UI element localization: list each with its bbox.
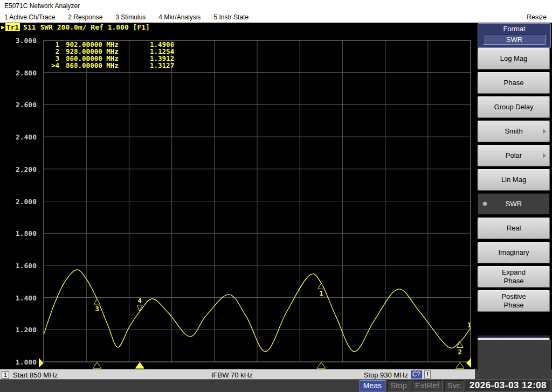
marker-frequency: 868.00000 MHz	[66, 62, 146, 69]
marker-number: >4	[43, 62, 59, 69]
active-marker-icon	[137, 305, 142, 311]
softkey-imaginary[interactable]: Imaginary	[478, 242, 550, 263]
menu-item-2[interactable]: 2 Response	[68, 13, 102, 21]
trace-badge[interactable]: Tr1	[5, 23, 20, 31]
sidebar-filler	[478, 340, 551, 369]
marker-label: 3	[95, 305, 99, 313]
swr-chart: 12341	[0, 23, 477, 369]
marker-icon	[318, 283, 325, 289]
selected-bullet-icon	[482, 201, 487, 206]
resize-control[interactable]: Resize	[527, 13, 552, 21]
y-tick-label: 3.000	[3, 37, 37, 45]
menu-item-4[interactable]: 4 Mkr/Analysis	[158, 13, 201, 21]
softkey-real[interactable]: Real	[478, 218, 550, 239]
ifbw-label: IFBW 70 kHz	[211, 370, 253, 380]
warning-indicator: !	[424, 370, 431, 379]
marker-stimulus-icon	[93, 362, 101, 368]
marker-stimulus-icon	[456, 362, 464, 368]
y-tick-label: 1.000	[3, 358, 37, 366]
marker-value: 1.3127	[150, 62, 174, 69]
y-tick-label: 2.600	[3, 101, 37, 109]
app-window: E5071C Network Analyzer 1 Active Ch/Trac…	[0, 0, 552, 392]
stop-frequency-label: Stop 930 MHz	[364, 370, 408, 380]
instrument-status-bar: Meas Stop ExtRef Svc 2026-03-03 12:08	[0, 379, 552, 392]
softkey-header-title: Format	[478, 24, 550, 34]
menu-items: 1 Active Ch/Trace2 Response3 Stimulus4 M…	[0, 13, 249, 21]
submenu-arrow-icon	[543, 129, 546, 134]
softkey-expand-phase[interactable]: Expand Phase	[478, 266, 550, 288]
start-frequency-label: Start 850 MHz	[13, 370, 58, 380]
y-tick-label: 2.200	[3, 165, 37, 173]
softkey-positive-phase[interactable]: Positive Phase	[478, 290, 550, 312]
window-title: E5071C Network Analyzer	[4, 2, 80, 10]
trace-status-text: S11 SWR 200.0m/ Ref 1.000 [F1]	[23, 23, 150, 31]
menu-item-3[interactable]: 3 Stimulus	[115, 13, 146, 21]
datetime-display: 2026-03-03 12:08	[466, 380, 550, 392]
active-trace-arrow-icon: ▶	[1, 24, 5, 31]
softkey-divider	[478, 335, 550, 337]
svc-indicator: Svc	[444, 380, 464, 391]
menu-bar: 1 Active Ch/Trace2 Response3 Stimulus4 M…	[0, 12, 552, 23]
softkey-header-value: SWR	[483, 34, 546, 45]
y-tick-label: 2.800	[3, 69, 37, 77]
extref-indicator: ExtRef	[412, 380, 443, 391]
active-marker-stimulus-icon	[135, 362, 144, 368]
meas-status-badge: Meas	[360, 380, 385, 391]
softkey-header: Format SWR	[478, 23, 551, 48]
marker-icon	[94, 299, 100, 305]
softkey-swr[interactable]: SWR	[478, 193, 550, 215]
y-tick-label: 1.400	[3, 294, 37, 302]
ref-level-right-arrow-icon	[466, 358, 471, 368]
y-tick-label: 1.800	[3, 229, 37, 237]
submenu-arrow-icon	[543, 153, 546, 158]
marker-label-active: 4	[138, 297, 142, 305]
softkey-lin-mag[interactable]: Lin Mag	[478, 169, 550, 191]
channel-number-box: 1	[2, 371, 9, 379]
menu-item-5[interactable]: 5 Instr State	[213, 13, 249, 21]
marker-table: 1902.00000 MHz1.49062928.00000 MHz1.1254…	[43, 41, 174, 69]
marker-stimulus-icon	[317, 362, 326, 368]
y-tick-label: 1.600	[3, 262, 37, 270]
trace-status-line: ▶ Tr1 S11 SWR 200.0m/ Ref 1.000 [F1]	[0, 23, 150, 31]
sweep-stop-indicator: Stop	[387, 380, 410, 391]
y-tick-label: 2.000	[3, 198, 37, 206]
plot-area: 12341 ▶ Tr1 S11 SWR 200.0m/ Ref 1.000 [F…	[0, 23, 477, 369]
title-bar: E5071C Network Analyzer	[0, 0, 552, 12]
y-tick-label: 1.200	[3, 326, 37, 334]
menu-item-1[interactable]: 1 Active Ch/Trace	[4, 13, 55, 21]
softkey-polar[interactable]: Polar	[478, 145, 550, 166]
cal-status-badge: C?	[411, 370, 422, 379]
trace-end-number: 1	[467, 321, 471, 329]
softkey-log-mag[interactable]: Log Mag	[478, 48, 550, 69]
status-bar-channel-strip: 1 Start 850 MHz IFBW 70 kHz Stop 930 MHz…	[0, 369, 475, 379]
marker-label: 1	[319, 290, 323, 297]
y-tick-label: 2.400	[3, 133, 37, 141]
marker-label: 2	[458, 348, 462, 356]
softkey-smith[interactable]: Smith	[478, 121, 550, 142]
softkey-group-delay[interactable]: Group Delay	[478, 96, 550, 118]
status-bar: 1 Start 850 MHz IFBW 70 kHz Stop 930 MHz…	[0, 369, 552, 379]
ref-level-left-arrow-icon	[39, 358, 44, 368]
marker-icon	[457, 342, 463, 348]
softkey-sidebar: Format SWR Log MagPhaseGroup DelaySmithP…	[477, 23, 552, 369]
marker-table-row: >4868.00000 MHz1.3127	[43, 62, 174, 69]
softkey-phase[interactable]: Phase	[478, 72, 550, 94]
